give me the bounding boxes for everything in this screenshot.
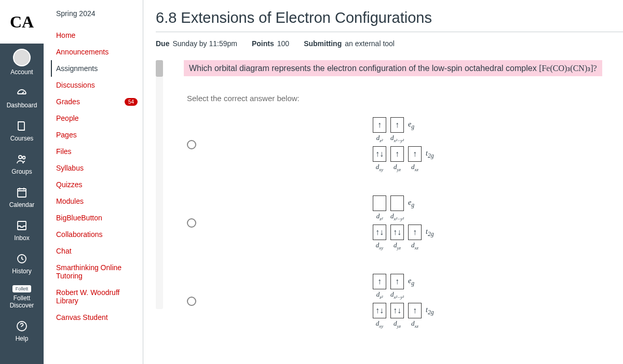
orbital-label: dz² <box>376 290 383 300</box>
t2g-label: t2g <box>426 228 434 237</box>
course-nav-home[interactable]: Home <box>56 27 143 44</box>
divider <box>156 32 623 32</box>
calendar-icon <box>15 186 29 199</box>
svg-point-1 <box>23 157 25 159</box>
nav-account[interactable]: Account <box>0 44 44 81</box>
eg-label: eg <box>408 199 414 208</box>
orbital-box: ↑ <box>408 225 422 240</box>
orbital-label: dx²−y² <box>390 212 404 221</box>
answers-list: ↑dz²↑dx²−y²eg↑↓dxy↑dyz↑dxzt2gdz²dx²−y²eg… <box>187 117 623 329</box>
course-nav-modules[interactable]: Modules <box>56 193 143 209</box>
external-tool: Which orbital diagram represents the ele… <box>184 60 623 329</box>
course-nav-canvas-student[interactable]: Canvas Student <box>56 309 143 326</box>
scrollbar-thumb[interactable] <box>156 60 163 77</box>
grades-badge: 54 <box>125 98 138 106</box>
nav-label: Courses <box>10 135 34 142</box>
term-title: Spring 2024 <box>56 9 143 18</box>
question-prompt: Select the correct answer below: <box>187 94 623 103</box>
nav-label: Calendar <box>9 201 35 208</box>
orbital-box: ↑↓ <box>373 225 386 240</box>
question-formula: [Fe(CO)₃(CN)₃]? <box>539 64 597 73</box>
orbital-box: ↑↓ <box>390 303 404 318</box>
svg-point-0 <box>19 156 22 159</box>
orbital-diagram: dz²dx²−y²eg↑↓dxy↑↓dyz↑dxzt2g <box>373 195 434 250</box>
nav-label: Dashboard <box>7 102 37 109</box>
t2g-label: t2g <box>426 149 434 159</box>
orbital-box <box>390 195 404 211</box>
help-icon <box>15 319 29 333</box>
nav-follett[interactable]: Follett Follett Discover <box>0 280 44 314</box>
radio-button[interactable] <box>187 297 196 306</box>
answer-option[interactable]: ↑dz²↑dx²−y²eg↑↓dxy↑↓dyz↑dxzt2g <box>187 274 623 328</box>
nav-inbox[interactable]: Inbox <box>0 214 44 247</box>
nav-label: Inbox <box>14 234 29 242</box>
radio-button[interactable] <box>187 218 196 228</box>
nav-help[interactable]: Help <box>0 314 44 347</box>
nav-dashboard[interactable]: Dashboard <box>0 81 44 114</box>
course-nav-syllabus[interactable]: Syllabus <box>56 160 143 176</box>
orbital-box: ↑ <box>408 146 422 162</box>
course-nav-assignments[interactable]: Assignments <box>51 60 143 77</box>
course-nav-quizzes[interactable]: Quizzes <box>56 176 143 193</box>
course-nav-discussions[interactable]: Discussions <box>56 77 143 93</box>
nav-label: Groups <box>11 168 32 175</box>
orbital-box: ↑ <box>390 117 404 133</box>
eg-label: eg <box>408 277 414 287</box>
course-nav-library[interactable]: Robert W. Woodruff Library <box>56 284 143 309</box>
orbital-diagram: ↑dz²↑dx²−y²eg↑↓dxy↑↓dyz↑dxzt2g <box>373 274 434 328</box>
institution-logo[interactable]: CA <box>0 0 44 44</box>
nav-groups[interactable]: Groups <box>0 147 44 180</box>
nav-text: Grades <box>56 97 80 106</box>
eg-label: eg <box>408 120 414 130</box>
orbital-label: dx²−y² <box>390 134 404 143</box>
course-nav: Spring 2024 Home Announcements Assignmen… <box>44 0 143 364</box>
course-nav-bbb[interactable]: BigBlueButton <box>56 209 143 226</box>
orbital-box: ↑↓ <box>373 303 386 318</box>
orbital-label: dx²−y² <box>390 290 404 300</box>
orbital-label: dxy <box>376 319 384 329</box>
t2g-label: t2g <box>426 306 434 316</box>
course-nav-pages[interactable]: Pages <box>56 127 143 143</box>
tool-scrollbar[interactable] <box>156 60 163 309</box>
nav-label: Follett Discover <box>2 295 42 309</box>
course-nav-files[interactable]: Files <box>56 143 143 160</box>
answer-option[interactable]: dz²dx²−y²eg↑↓dxy↑↓dyz↑dxzt2g <box>187 195 623 250</box>
orbital-label: dyz <box>394 163 401 172</box>
nav-history[interactable]: History <box>0 247 44 280</box>
follett-icon: Follett <box>12 285 31 292</box>
courses-icon <box>15 119 29 133</box>
due-label: Due <box>156 39 169 48</box>
page-title: 6.8 Extensions of Electron Configuration… <box>156 9 623 26</box>
nav-label: History <box>12 268 31 275</box>
orbital-box: ↑↓ <box>390 225 404 240</box>
nav-courses[interactable]: Courses <box>0 114 44 147</box>
orbital-box: ↑ <box>373 117 386 133</box>
course-nav-people[interactable]: People <box>56 110 143 127</box>
orbital-box <box>373 195 386 211</box>
due-value: Sunday by 11:59pm <box>172 39 237 48</box>
orbital-box: ↑ <box>390 146 404 162</box>
orbital-box: ↑ <box>408 303 422 318</box>
avatar-icon <box>13 49 31 66</box>
svg-rect-2 <box>18 189 26 197</box>
nav-calendar[interactable]: Calendar <box>0 180 44 214</box>
course-nav-announcements[interactable]: Announcements <box>56 44 143 60</box>
content: 6.8 Extensions of Electron Configuration… <box>143 0 623 364</box>
answer-option[interactable]: ↑dz²↑dx²−y²eg↑↓dxy↑dyz↑dxzt2g <box>187 117 623 172</box>
course-nav-chat[interactable]: Chat <box>56 243 143 259</box>
submitting-value: an external tool <box>345 39 395 48</box>
assignment-meta: DueSunday by 11:59pm Points100 Submittin… <box>156 39 623 48</box>
orbital-box: ↑ <box>390 274 404 289</box>
course-nav-smarthinking[interactable]: Smarthinking Online Tutoring <box>56 259 143 284</box>
nav-label: Account <box>10 68 33 76</box>
orbital-box: ↑ <box>373 274 386 289</box>
course-nav-grades[interactable]: Grades54 <box>56 93 143 110</box>
orbital-label: dz² <box>376 212 383 221</box>
radio-button[interactable] <box>187 140 196 149</box>
orbital-label: dxy <box>376 163 384 172</box>
course-nav-collaborations[interactable]: Collaborations <box>56 226 143 243</box>
orbital-label: dxz <box>411 163 418 172</box>
inbox-icon <box>15 219 29 232</box>
orbital-diagram: ↑dz²↑dx²−y²eg↑↓dxy↑dyz↑dxzt2g <box>373 117 434 172</box>
question-text: Which orbital diagram represents the ele… <box>184 60 602 76</box>
